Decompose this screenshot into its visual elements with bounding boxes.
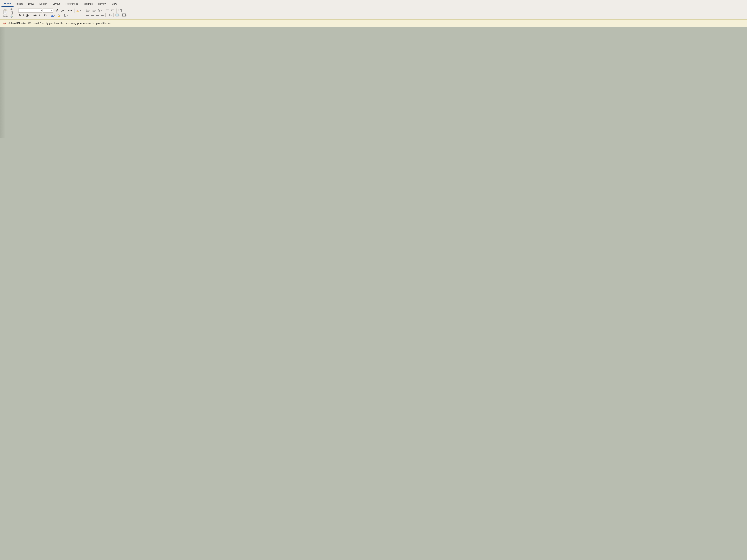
clipboard-group: Paste	[1, 8, 16, 18]
format-painter-button[interactable]	[10, 15, 14, 19]
multilevel-list-button[interactable]: ▾	[98, 9, 103, 12]
svg-text:3.: 3.	[92, 11, 93, 12]
italic-button[interactable]: I	[22, 14, 24, 17]
borders-icon	[122, 14, 126, 17]
font-name-select[interactable]	[18, 8, 43, 12]
tab-mailings[interactable]: Mailings	[81, 1, 96, 7]
a-large-icon: A	[56, 8, 58, 12]
svg-marker-68	[107, 14, 108, 15]
font-size-wrapper	[43, 8, 53, 12]
svg-marker-14	[12, 16, 13, 17]
cut-button[interactable]	[10, 7, 14, 11]
tab-insert[interactable]: Insert	[14, 1, 25, 7]
caret-up: ▴	[58, 10, 59, 11]
underline-caret: ▾	[28, 15, 29, 16]
tab-layout[interactable]: Layout	[50, 1, 62, 7]
divider-2	[66, 8, 66, 12]
shading-caret: ▾	[120, 15, 121, 17]
svg-text:Z: Z	[119, 10, 119, 11]
toolbar: Paste	[0, 7, 747, 19]
svg-marker-43	[111, 10, 112, 10]
text-effects-icon: A	[64, 14, 67, 17]
subscript-button[interactable]: X₂	[38, 14, 42, 17]
aa-caret: ▾	[71, 9, 73, 12]
subscript-2: ₂	[41, 15, 42, 16]
align-left-button[interactable]	[85, 14, 90, 17]
divider-4	[31, 14, 31, 18]
font-group: A ▴ A ▾ Aa ▾ A	[18, 8, 83, 18]
font-row-2: B I U ▾ ab X₂ X²	[18, 14, 81, 18]
copy-button[interactable]	[10, 11, 14, 15]
increase-font-size-button[interactable]: A ▴	[56, 8, 60, 12]
svg-rect-16	[77, 11, 79, 12]
font-size-select[interactable]	[43, 8, 53, 12]
line-spacing-button[interactable]: ▾	[107, 14, 112, 17]
copy-icon	[10, 11, 14, 15]
sort-button[interactable]: A Z	[118, 8, 123, 12]
tab-home[interactable]: Home	[1, 1, 14, 7]
notification-message: We couldn't verify you have the necessar…	[27, 22, 112, 25]
tab-references[interactable]: References	[63, 1, 81, 7]
strikethrough-button[interactable]: ab	[33, 14, 37, 17]
font-highlight-button[interactable]: A ▾	[76, 9, 81, 12]
text-effects-button[interactable]: A ▾	[63, 14, 68, 17]
tab-review[interactable]: Review	[96, 1, 109, 7]
font-color-caret: ▾	[54, 15, 55, 16]
align-right-button[interactable]	[95, 14, 99, 17]
notification-bar: ⊗ Upload Blocked We couldn't verify you …	[0, 20, 747, 27]
font-color-icon: A	[51, 14, 54, 17]
justify-icon	[101, 14, 104, 16]
justify-button[interactable]	[100, 14, 104, 17]
divider-1	[54, 8, 54, 12]
ribbon: Home Insert Draw Design Layout Reference…	[0, 0, 747, 20]
notification-text: Upload Blocked We couldn't verify you ha…	[8, 22, 111, 25]
tab-draw[interactable]: Draw	[26, 1, 36, 7]
decrease-font-size-button[interactable]: A ▾	[61, 9, 65, 12]
shading-button[interactable]: ▾	[115, 14, 121, 17]
a-small-icon: A	[61, 9, 63, 12]
numbering-icon: 1. 2. 3.	[92, 9, 95, 12]
paste-button[interactable]: Paste	[1, 8, 9, 18]
paragraph-group: ▾ 1. 2. 3. ▾	[85, 8, 130, 18]
bold-button[interactable]: B	[18, 14, 21, 17]
svg-rect-2	[4, 11, 7, 14]
align-right-icon	[96, 14, 99, 16]
numbering-caret: ▾	[96, 10, 96, 11]
superscript-button[interactable]: X²	[43, 14, 47, 17]
format-painter-icon	[10, 16, 14, 19]
bullets-button[interactable]: ▾	[85, 9, 91, 12]
line-spacing-icon	[107, 14, 111, 17]
svg-marker-39	[106, 10, 107, 10]
numbering-button[interactable]: 1. 2. 3. ▾	[92, 9, 97, 12]
tab-view[interactable]: View	[109, 1, 120, 7]
align-center-button[interactable]	[91, 14, 95, 17]
svg-rect-1	[4, 9, 6, 10]
highlight-color-button[interactable]: ▾	[57, 14, 62, 17]
multilevel-caret: ▾	[101, 10, 102, 11]
svg-rect-18	[51, 16, 54, 17]
divider-5	[49, 14, 49, 18]
svg-point-26	[86, 11, 87, 12]
multilevel-icon	[98, 9, 101, 12]
highlight-caret: ▾	[80, 10, 81, 11]
para-row-1: ▾ 1. 2. 3. ▾	[85, 8, 128, 12]
notification-close-icon[interactable]: ⊗	[3, 21, 6, 25]
superscript-2: ²	[46, 15, 47, 16]
svg-text:A: A	[64, 14, 66, 17]
cut-icon	[10, 7, 14, 10]
borders-button[interactable]: ▾	[122, 14, 128, 17]
change-case-button[interactable]: Aa ▾	[68, 9, 73, 12]
svg-point-24	[86, 10, 87, 11]
increase-indent-button[interactable]	[111, 9, 115, 12]
increase-indent-icon	[111, 9, 114, 11]
svg-text:A: A	[77, 9, 78, 12]
line-spacing-caret: ▾	[111, 15, 112, 16]
font-color-button[interactable]: A ▾	[51, 14, 56, 17]
svg-marker-51	[121, 11, 122, 12]
decrease-indent-button[interactable]	[105, 9, 110, 12]
underline-button[interactable]: U ▾	[25, 14, 29, 17]
align-left-icon	[86, 14, 89, 16]
divider-8	[105, 14, 106, 18]
align-center-icon	[91, 14, 94, 16]
tab-design[interactable]: Design	[37, 1, 50, 7]
